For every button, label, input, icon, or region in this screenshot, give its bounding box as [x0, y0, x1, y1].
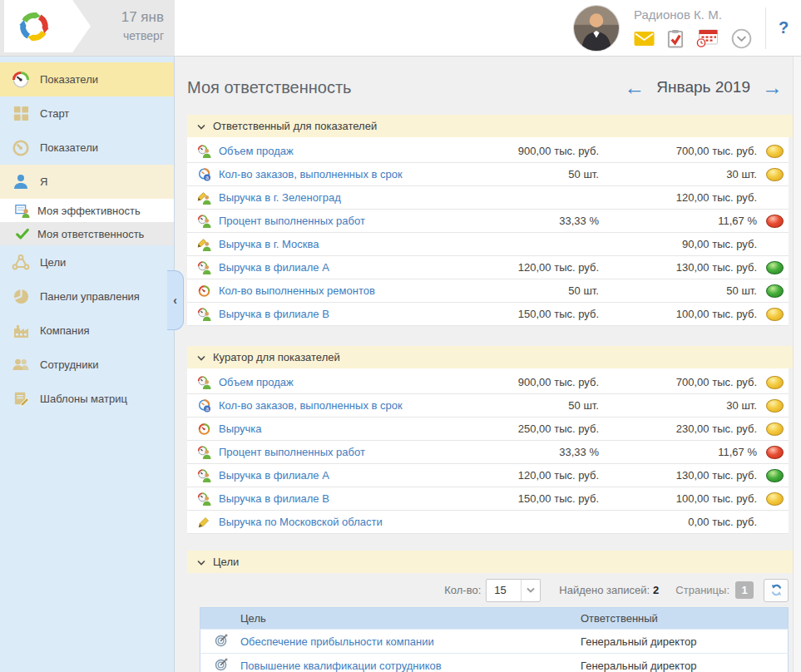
efficiency-icon: [15, 203, 30, 218]
check-icon: [15, 226, 30, 241]
gauge-person-icon: [197, 215, 211, 228]
kpi-link[interactable]: Выручка в г. Москва: [219, 238, 412, 250]
gauge-colorful-icon: [11, 71, 31, 89]
kpi-link[interactable]: Кол-во заказов, выполненных в срок: [219, 168, 412, 180]
kpi-fact-value: 230,00 тыс. руб.: [599, 422, 757, 435]
tasks-clipboard-icon[interactable]: [667, 29, 684, 48]
kpi-link[interactable]: Выручка в филиале А: [219, 261, 412, 274]
status-indicator: [766, 215, 784, 228]
svg-text:a: a: [205, 174, 209, 180]
next-month-arrow[interactable]: →: [762, 78, 783, 96]
kpi-plan-value: 50 шт.: [412, 168, 599, 180]
kpi-row: a Кол-во заказов, выполненных в срок 50 …: [187, 394, 789, 418]
period-label: Январь 2019: [656, 78, 750, 96]
kpi-plan-value: 33,33 %: [412, 215, 599, 227]
sidebar-item[interactable]: Я: [0, 165, 174, 199]
dropdown-chevron-icon: [521, 580, 540, 601]
chevron-down-icon: [197, 556, 205, 568]
kpi-fact-value: 11,67 %: [599, 446, 757, 458]
page-title: Моя ответственность: [187, 78, 352, 97]
section-header[interactable]: Ответственный для показателей: [187, 115, 794, 137]
section-header[interactable]: Куратор для показателей: [187, 346, 794, 368]
kpi-link[interactable]: Объем продаж: [219, 376, 412, 388]
kpi-plan-value: 50 шт.: [412, 284, 599, 297]
gauge-person-icon: [197, 492, 211, 506]
kpi-link[interactable]: Процент выполненных работ: [219, 446, 412, 458]
sidebar-item[interactable]: Показатели: [0, 131, 174, 165]
kpi-link[interactable]: Выручка в филиале В: [219, 308, 412, 320]
kpi-link[interactable]: Выручка: [219, 422, 412, 435]
goal-responsible: Генеральный директор: [576, 630, 789, 654]
target-dart-icon: [215, 637, 229, 650]
app-logo[interactable]: [4, 0, 91, 52]
sidebar-item[interactable]: Панели управления: [0, 279, 174, 314]
kpi-row: Процент выполненных работ 33,33 % 11,67 …: [187, 441, 789, 464]
sidebar-item[interactable]: Цели: [0, 245, 174, 279]
status-indicator: [766, 284, 784, 298]
gauge-auto-icon: a: [197, 168, 211, 181]
sidebar-item[interactable]: Моя ответственность: [0, 222, 174, 245]
kpi-fact-value: 0,00 тыс. руб.: [599, 516, 757, 528]
section-title: Цели: [213, 556, 239, 568]
goal-link[interactable]: Обеспечение прибыльности компании: [240, 635, 434, 648]
user-name: Радионов К. М.: [634, 7, 752, 22]
prev-month-arrow[interactable]: ←: [624, 78, 645, 96]
avatar[interactable]: [573, 5, 620, 52]
page-size-dropdown[interactable]: 15: [486, 579, 541, 602]
sidebar-item[interactable]: Шаблоны матриц: [0, 382, 174, 416]
kpi-link[interactable]: Выручка по Московской области: [219, 516, 412, 528]
section-header-goals[interactable]: Цели: [187, 551, 794, 573]
goal-row: Повышение квалификации сотрудников Генер…: [200, 654, 789, 672]
sidebar-item-label: Сотрудники: [40, 358, 98, 371]
kpi-link[interactable]: Выручка в филиале А: [219, 469, 412, 482]
kpi-link[interactable]: Объем продаж: [219, 145, 412, 157]
kpi-link[interactable]: Процент выполненных работ: [219, 215, 412, 227]
sidebar-item[interactable]: Сотрудники: [0, 348, 174, 382]
page-1-button[interactable]: 1: [735, 581, 754, 599]
person-icon: [11, 173, 31, 191]
kpi-link[interactable]: Выручка в г. Зеленоград: [219, 191, 412, 204]
kpi-row: Выручка в филиале В 150,00 тыс. руб. 100…: [187, 303, 789, 326]
pen-person-icon: [197, 191, 211, 205]
sidebar-collapse-button[interactable]: ‹: [167, 270, 184, 330]
pie-icon: [11, 288, 31, 305]
sidebar-item[interactable]: Старт: [0, 96, 174, 131]
sidebar: Показатели Старт Показатели Я Моя эффект…: [0, 57, 175, 672]
svg-text:a: a: [205, 405, 209, 411]
sidebar-item[interactable]: Моя эффективность: [0, 199, 174, 222]
status-indicator: [766, 446, 784, 459]
kpi-fact-value: 90,00 тыс. руб.: [599, 238, 757, 250]
chevron-down-circle-icon[interactable]: [731, 28, 752, 49]
sidebar-item-label: Моя ответственность: [37, 228, 144, 240]
section-title: Ответственный для показателей: [213, 120, 377, 132]
refresh-button[interactable]: [764, 579, 789, 602]
kpi-row: Выручка по Московской области 0,00 тыс. …: [187, 511, 789, 534]
gauge-tan-icon: [11, 139, 31, 157]
kpi-plan-value: 50 шт.: [412, 399, 599, 412]
kpi-section: Ответственный для показателей Объем прод…: [187, 115, 794, 326]
calendar-clock-icon[interactable]: [696, 29, 719, 47]
gauge-auto-icon: a: [197, 399, 211, 413]
kpi-link[interactable]: Кол-во заказов, выполненных в срок: [219, 399, 412, 412]
kpi-fact-value: 700,00 тыс. руб.: [599, 145, 757, 157]
kpi-link[interactable]: Выручка в филиале В: [219, 492, 412, 505]
sidebar-item[interactable]: Показатели: [0, 62, 174, 96]
goal-link[interactable]: Повышение квалификации сотрудников: [240, 660, 442, 672]
kpi-plan-value: 120,00 тыс. руб.: [412, 261, 599, 274]
kpi-row: Выручка в г. Москва 90,00 тыс. руб.: [187, 233, 789, 256]
kpi-plan-value: 150,00 тыс. руб.: [412, 308, 599, 320]
sidebar-item[interactable]: Компания: [0, 314, 174, 348]
main-content: Моя ответственность ← Январь 2019 → Отве…: [175, 57, 801, 672]
kpi-link[interactable]: Кол-во выполненных ремонтов: [219, 284, 412, 297]
goal-column-header: Цель: [236, 608, 576, 630]
kpi-fact-value: 100,00 тыс. руб.: [599, 492, 757, 505]
count-label: Кол-во:: [444, 584, 481, 596]
scrollbar[interactable]: [793, 57, 801, 672]
mail-icon[interactable]: [634, 32, 655, 46]
kpi-row: Выручка в филиале В 150,00 тыс. руб. 100…: [187, 487, 789, 511]
user-actions: [634, 28, 752, 49]
goals-toolbar: Кол-во: 15 Найдено записей: 2 Страницы: …: [187, 573, 789, 607]
help-button[interactable]: ?: [766, 18, 801, 37]
kpi-row: Объем продаж 900,00 тыс. руб. 700,00 тыс…: [187, 140, 789, 163]
status-indicator: [766, 376, 784, 389]
